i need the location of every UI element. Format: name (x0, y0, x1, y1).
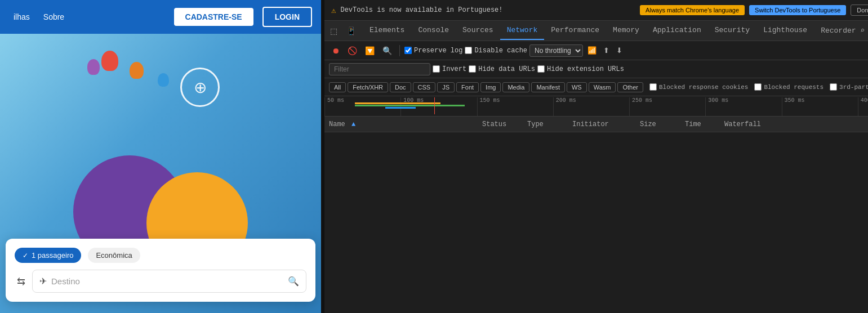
disable-cache-text: Disable cache (474, 47, 527, 55)
record-button[interactable]: ⏺ (329, 44, 342, 57)
destination-input-wrapper[interactable]: ✈ Destino 🔍 (32, 270, 306, 293)
plane-icon: ✈ (39, 276, 47, 287)
th-initiator[interactable]: Initiator (572, 120, 640, 128)
tab-console[interactable]: Console (411, 21, 456, 40)
devtools-panel: ⚠ DevTools is now available in Portugues… (324, 0, 868, 313)
th-status[interactable]: Status (482, 120, 527, 128)
nav-menu-items: ilhas Sobre (9, 10, 165, 24)
pill-css[interactable]: CSS (413, 82, 436, 92)
download-icon[interactable]: ⬇ (614, 45, 625, 56)
hide-ext-text: Hide extension URLs (547, 65, 624, 73)
match-language-button[interactable]: Always match Chrome's language (640, 5, 745, 15)
blocked-requests-text: Blocked requests (764, 84, 824, 91)
tabs-bar: ⬚ 📱 Elements Console Sources Network Per… (324, 21, 868, 41)
waterfall-orange-bar (355, 102, 440, 104)
import-icon[interactable]: ⬆ (601, 45, 612, 56)
search-icon: 🔍 (288, 276, 299, 287)
pill-ws[interactable]: WS (567, 82, 587, 92)
blocked-requests-checkbox[interactable] (754, 83, 762, 91)
th-waterfall-label: Waterfall (724, 120, 761, 128)
table-body (324, 132, 868, 313)
hide-ext-label[interactable]: Hide extension URLs (537, 65, 624, 73)
blocked-response-text: Blocked response cookies (659, 84, 748, 91)
login-button[interactable]: LOGIN (262, 7, 312, 27)
nav-item-sobre[interactable]: Sobre (39, 10, 69, 24)
th-type-label: Type (527, 120, 544, 128)
device-icon[interactable]: 📱 (343, 24, 359, 38)
preserve-log-label[interactable]: Preserve log (404, 47, 462, 55)
passenger-badge[interactable]: ✓ 1 passageiro (15, 248, 81, 263)
table-header: Name ▲ Status Type Initiator Size Time W… (324, 117, 868, 132)
th-time[interactable]: Time (685, 120, 724, 128)
search-button[interactable]: 🔍 (380, 44, 395, 57)
blocked-response-checkbox[interactable] (649, 83, 657, 91)
hide-data-text: Hide data URLs (478, 65, 535, 73)
th-type[interactable]: Type (527, 120, 572, 128)
pills-row: All Fetch/XHR Doc CSS JS Font Img Media … (324, 78, 868, 96)
hide-data-label[interactable]: Hide data URLs (469, 65, 535, 73)
invert-checkbox[interactable] (433, 65, 440, 73)
tab-security[interactable]: Security (708, 21, 756, 40)
th-time-label: Time (685, 120, 701, 128)
th-name-label: Name (329, 120, 345, 128)
tab-network[interactable]: Network (500, 21, 545, 40)
pill-all[interactable]: All (329, 82, 346, 92)
nav-item-ilhas[interactable]: ilhas (9, 10, 34, 24)
pill-other[interactable]: Other (617, 82, 643, 92)
class-badge[interactable]: Econômica (88, 248, 140, 263)
sort-arrow-icon: ▲ (351, 120, 355, 128)
blocked-requests-label[interactable]: Blocked requests (754, 83, 824, 91)
th-size[interactable]: Size (640, 120, 685, 128)
invert-label[interactable]: Invert (433, 65, 466, 73)
tab-sources[interactable]: Sources (456, 21, 500, 40)
balloon-blue (158, 73, 169, 87)
clear-button[interactable]: 🚫 (345, 44, 360, 57)
hide-ext-checkbox[interactable] (537, 65, 545, 73)
third-party-label[interactable]: 3rd-party requests (830, 83, 868, 91)
inspect-icon[interactable]: ⬚ (327, 24, 341, 38)
disable-cache-label[interactable]: Disable cache (465, 47, 527, 55)
pill-img[interactable]: Img (480, 82, 501, 92)
tab-lighthouse[interactable]: Lighthouse (756, 21, 814, 40)
dont-show-again-button[interactable]: Don't show again (851, 5, 868, 16)
pill-wasm[interactable]: Wasm (589, 82, 616, 92)
tab-performance[interactable]: Performance (544, 21, 606, 40)
search-row: ⇆ ✈ Destino 🔍 (15, 270, 306, 293)
notification-bar: ⚠ DevTools is now available in Portugues… (324, 0, 868, 21)
preserve-log-checkbox[interactable] (404, 47, 412, 54)
blocked-response-label[interactable]: Blocked response cookies (649, 83, 748, 91)
throttle-select[interactable]: No throttling (529, 44, 583, 57)
th-name[interactable]: Name ▲ (324, 120, 482, 128)
pill-manifest[interactable]: Manifest (531, 82, 565, 92)
pill-media[interactable]: Media (502, 82, 529, 92)
check-icon: ✓ (23, 252, 28, 260)
timeline-bar: 50 ms 100 ms 150 ms 200 ms 250 ms 300 ms… (324, 96, 868, 117)
devtools-icons-left: ⬚ 📱 (327, 24, 359, 38)
pill-fetch-xhr[interactable]: Fetch/XHR (348, 82, 388, 92)
tab-memory[interactable]: Memory (606, 21, 646, 40)
tab-recorder[interactable]: Recorder ⌕ (814, 21, 868, 41)
switch-devtools-button[interactable]: Switch DevTools to Portuguese (749, 5, 846, 15)
th-size-label: Size (640, 120, 656, 128)
filter-input[interactable] (329, 63, 430, 75)
third-party-checkbox[interactable] (830, 83, 837, 91)
filter-toggle-button[interactable]: 🔽 (362, 44, 377, 57)
pill-js[interactable]: JS (437, 82, 455, 92)
website-panel: ilhas Sobre CADASTRE-SE LOGIN ⊕ ✓ 1 pass… (0, 0, 321, 313)
disable-cache-checkbox[interactable] (465, 47, 472, 54)
hide-data-checkbox[interactable] (469, 65, 476, 73)
third-party-text: 3rd-party requests (839, 84, 868, 91)
class-label: Econômica (96, 251, 132, 260)
balloon-orange (130, 62, 144, 79)
tab-elements[interactable]: Elements (363, 21, 411, 40)
th-waterfall[interactable]: Waterfall (724, 120, 868, 128)
compass-icon: ⊕ (180, 68, 220, 107)
online-icon[interactable]: 📶 (585, 45, 599, 56)
cadastre-button[interactable]: CADASTRE-SE (174, 8, 253, 26)
pill-doc[interactable]: Doc (390, 82, 411, 92)
timeline-cursor (434, 97, 435, 114)
pill-font[interactable]: Font (456, 82, 479, 92)
notification-text: DevTools is now available in Portuguese! (340, 6, 635, 14)
swap-button[interactable]: ⇆ (15, 273, 28, 290)
tab-application[interactable]: Application (646, 21, 708, 40)
